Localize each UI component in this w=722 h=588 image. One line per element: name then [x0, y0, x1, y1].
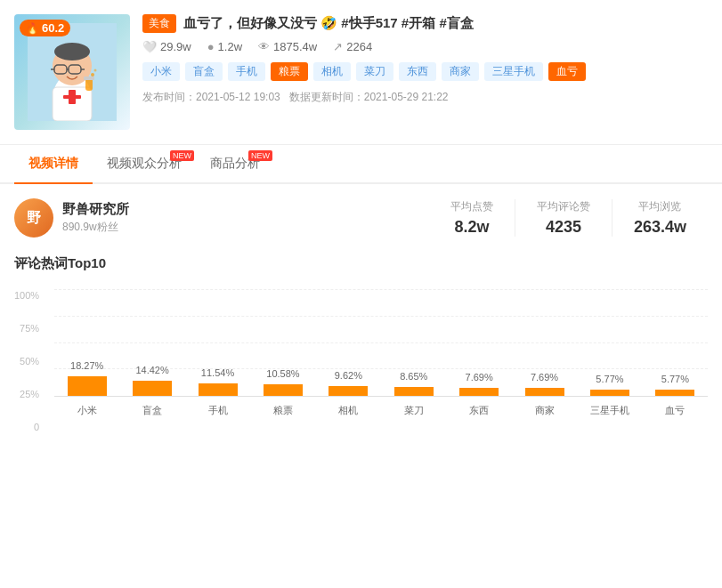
- bar-percent-label: 5.77%: [661, 374, 689, 384]
- views-stat: 👁 1875.4w: [258, 40, 317, 53]
- bar-group: 7.69%东西: [446, 290, 511, 396]
- tag-item: 盲盒: [185, 62, 223, 81]
- bar-percent-label: 10.58%: [266, 368, 299, 379]
- tag-item: 血亏: [548, 62, 586, 81]
- author-info: 野 野兽研究所 890.9w粉丝: [14, 198, 129, 238]
- likes-value: 29.9w: [160, 40, 191, 53]
- tab-bar: 视频详情视频观众分析NEW商品分析NEW: [0, 145, 722, 184]
- tag-item: 菜刀: [356, 62, 393, 81]
- chart-area: 18.27%小米14.42%盲盒11.54%手机10.58%粮票9.62%相机8…: [54, 290, 708, 397]
- bar: 11.54%: [199, 383, 238, 396]
- bar: 14.42%: [133, 381, 172, 396]
- y-axis-label: 50%: [14, 356, 45, 366]
- bar: 5.77%: [655, 390, 694, 396]
- comment-icon: ●: [207, 40, 215, 53]
- stats-row: 🤍 29.9w ● 1.2w 👁 1875.4w ↗ 2264: [142, 40, 708, 53]
- svg-point-15: [94, 69, 97, 72]
- tag-item: 手机: [228, 62, 265, 81]
- svg-rect-11: [63, 95, 81, 99]
- video-info: 美食 血亏了，但好像又没亏 🤣 #快手517 #开箱 #盲盒 🤍 29.9w ●…: [130, 14, 708, 130]
- bar-group: 8.65%菜刀: [381, 290, 446, 396]
- bar-group: 5.77%血亏: [643, 290, 708, 396]
- bar-percent-label: 5.77%: [596, 374, 623, 384]
- metric-2: 平均浏览263.4w: [612, 199, 708, 237]
- tags-row: 小米盲盒手机粮票相机菜刀东西商家三星手机血亏: [142, 62, 708, 81]
- tab-1[interactable]: 视频观众分析NEW: [93, 145, 196, 182]
- bar: 7.69%: [459, 388, 499, 396]
- view-icon: 👁: [258, 40, 270, 53]
- likes-stat: 🤍 29.9w: [142, 40, 191, 53]
- bar-group: 11.54%手机: [185, 290, 250, 396]
- bar: 18.27%: [68, 376, 107, 396]
- svg-point-3: [54, 43, 90, 60]
- bar-group: 14.42%盲盒: [119, 290, 184, 396]
- bar-group: 5.77%三星手机: [577, 290, 642, 396]
- author-details: 野兽研究所 890.9w粉丝: [62, 201, 129, 235]
- metric-0: 平均点赞8.2w: [429, 199, 515, 237]
- author-name: 野兽研究所: [62, 201, 129, 218]
- metric-1: 平均评论赞4235: [515, 199, 612, 237]
- bar: 5.77%: [590, 390, 629, 396]
- share-icon: ↗: [333, 40, 343, 53]
- time-row: 发布时间：2021-05-12 19:03 数据更新时间：2021-05-29 …: [142, 90, 708, 105]
- y-axis-label: 0: [14, 422, 45, 432]
- bar-percent-label: 7.69%: [466, 372, 493, 383]
- tag-item: 粮票: [271, 62, 308, 81]
- tag-item: 三星手机: [484, 62, 543, 81]
- bar-percent-label: 8.65%: [400, 371, 427, 382]
- bar-name-label: 相机: [338, 404, 358, 417]
- y-axis-label: 25%: [14, 389, 45, 399]
- content-area: 野 野兽研究所 890.9w粉丝 平均点赞8.2w平均评论赞4235平均浏览26…: [0, 184, 722, 482]
- fire-icon: 🔥: [26, 22, 39, 35]
- shares-value: 2264: [346, 40, 372, 53]
- video-title: 血亏了，但好像又没亏 🤣 #快手517 #开箱 #盲盒: [183, 15, 474, 32]
- bar-group: 18.27%小米: [54, 290, 119, 396]
- bar-name-label: 商家: [535, 404, 555, 417]
- bar: 7.69%: [525, 388, 564, 396]
- bar-name-label: 三星手机: [590, 404, 629, 417]
- tag-item: 东西: [399, 62, 436, 81]
- bar-name-label: 菜刀: [404, 404, 424, 417]
- bar-group: 9.62%相机: [316, 290, 381, 396]
- bar-name-label: 血亏: [665, 404, 685, 417]
- bar-name-label: 粮票: [273, 404, 293, 417]
- video-thumbnail: 🔥 60.2: [14, 14, 130, 130]
- score-value: 60.2: [42, 21, 64, 35]
- avatar: 野: [14, 198, 53, 238]
- comments-value: 1.2w: [218, 40, 242, 53]
- bar-group: 10.58%粮票: [250, 290, 315, 396]
- publish-time: 发布时间：2021-05-12 19:03: [142, 91, 280, 103]
- bar-group: 7.69%商家: [512, 290, 577, 396]
- score-badge: 🔥 60.2: [20, 20, 70, 36]
- y-axis: 100%75%50%25%0: [14, 290, 45, 432]
- bar-chart: 100%75%50%25%0 18.27%小米14.42%盲盒11.54%手机1…: [14, 290, 708, 468]
- author-row: 野 野兽研究所 890.9w粉丝 平均点赞8.2w平均评论赞4235平均浏览26…: [14, 198, 708, 238]
- like-icon: 🤍: [142, 40, 157, 53]
- author-fans: 890.9w粉丝: [62, 220, 129, 235]
- bar-name-label: 东西: [469, 404, 489, 417]
- bar: 10.58%: [264, 384, 303, 396]
- svg-rect-12: [85, 78, 93, 91]
- tab-2[interactable]: 商品分析NEW: [196, 145, 274, 182]
- svg-point-14: [91, 73, 94, 77]
- bar-name-label: 手机: [208, 404, 228, 417]
- comments-stat: ● 1.2w: [207, 40, 242, 53]
- update-time: 数据更新时间：2021-05-29 21:22: [289, 91, 449, 103]
- metrics-row: 平均点赞8.2w平均评论赞4235平均浏览263.4w: [429, 199, 708, 237]
- y-axis-label: 100%: [14, 290, 45, 301]
- tag-item: 相机: [313, 62, 351, 81]
- y-axis-label: 75%: [14, 323, 45, 334]
- shares-stat: ↗ 2264: [333, 40, 372, 53]
- title-row: 美食 血亏了，但好像又没亏 🤣 #快手517 #开箱 #盲盒: [142, 14, 708, 33]
- svg-rect-13: [84, 77, 94, 80]
- chart-section: 评论热词Top10 100%75%50%25%0 18.27%小米14.42%盲…: [14, 255, 708, 468]
- avatar-text: 野: [27, 209, 41, 228]
- bar-percent-label: 9.62%: [335, 370, 362, 381]
- tab-0[interactable]: 视频详情: [14, 145, 93, 184]
- bar-percent-label: 7.69%: [531, 372, 558, 383]
- bar-name-label: 盲盒: [142, 404, 162, 417]
- bar-name-label: 小米: [77, 404, 97, 417]
- views-value: 1875.4w: [273, 40, 317, 53]
- bar: 9.62%: [329, 386, 368, 396]
- chart-title: 评论热词Top10: [14, 255, 708, 272]
